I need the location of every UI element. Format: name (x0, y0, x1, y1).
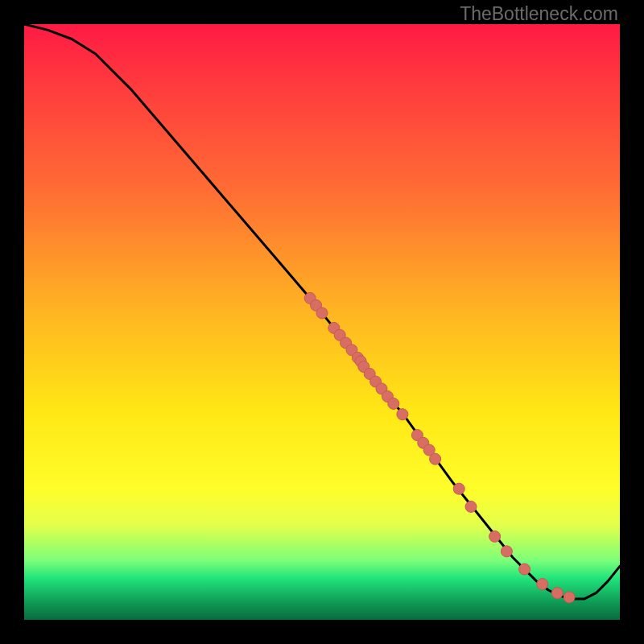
data-point (489, 530, 501, 542)
data-point (397, 409, 408, 420)
scatter-dots (304, 292, 575, 603)
chart-svg (24, 24, 620, 620)
data-point (564, 592, 575, 603)
data-point (465, 501, 477, 512)
data-point (551, 588, 563, 599)
data-point (537, 579, 548, 590)
data-point (501, 546, 512, 557)
data-point (519, 564, 530, 575)
data-point (430, 453, 441, 464)
plot-area (24, 24, 620, 620)
data-point (453, 483, 464, 494)
chart-frame: TheBottleneck.com (0, 0, 644, 644)
watermark-text: TheBottleneck.com (460, 3, 618, 25)
data-point (388, 398, 399, 409)
data-point (316, 308, 328, 319)
